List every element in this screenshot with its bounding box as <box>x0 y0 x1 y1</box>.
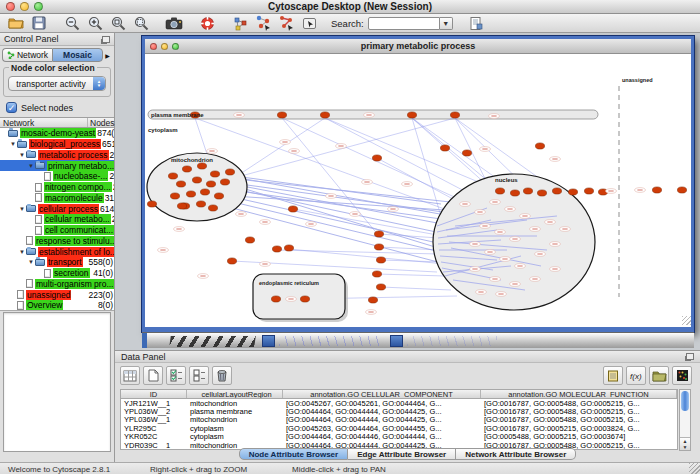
tab-mosaic[interactable]: Mosaic <box>52 48 103 62</box>
network-tree-body: mosaic-demo-yeast874(0)▼biological_proce… <box>0 128 114 311</box>
birds-eye-view[interactable] <box>3 312 111 452</box>
tree-label: primary metabo... <box>47 161 114 171</box>
help-lifering-icon[interactable] <box>197 15 217 32</box>
tab-overflow-icon[interactable]: ▶ <box>103 48 112 62</box>
search-label: Search: <box>331 18 364 29</box>
select-all-attributes-icon[interactable] <box>166 366 186 385</box>
table-scrollbar[interactable]: ▲▼ <box>679 389 691 451</box>
scrollbar-thumb[interactable] <box>681 391 689 411</box>
formula-builder-icon[interactable]: f(x) <box>626 366 646 385</box>
tree-expander-icon[interactable]: ▼ <box>18 249 26 255</box>
tree-row[interactable]: ▼transport558(0) <box>0 257 114 268</box>
tree-expander-icon[interactable]: ▼ <box>18 152 26 158</box>
network-desktop: primary metabolic process <box>115 33 700 350</box>
background-window-edges <box>142 332 694 348</box>
snapshot-camera-icon[interactable] <box>164 15 184 32</box>
tab-node-attribute-browser[interactable]: Node Attribute Browser <box>239 448 349 460</box>
node-color-dropdown-value: transporter activity <box>9 79 93 89</box>
zoom-selected-icon[interactable] <box>131 15 151 32</box>
tree-count: 209(0) <box>111 214 114 224</box>
tree-row[interactable]: ▼metabolic process280(0) <box>0 150 114 161</box>
import-attributes-icon[interactable] <box>649 366 669 385</box>
search-settings-icon[interactable] <box>466 15 486 32</box>
tree-col-network[interactable]: Network <box>0 118 88 127</box>
folder-icon <box>26 248 36 255</box>
attribute-notes-icon[interactable] <box>603 366 623 385</box>
tree-label: multi-organism pro... <box>35 279 114 289</box>
tree-expander-icon[interactable]: ▼ <box>9 141 17 147</box>
status-bar: Welcome to Cytoscape 2.8.1 Right-click +… <box>0 462 700 474</box>
select-nodes-checkbox[interactable]: ✓ <box>6 102 17 113</box>
cytoplasm-label: cytoplasm <box>148 127 178 133</box>
table-column-header[interactable]: annotation.GO CELLULAR_COMPONENT <box>283 390 481 398</box>
table-column-header[interactable]: ID <box>121 390 187 398</box>
search-input[interactable] <box>368 17 440 30</box>
float-panel-icon[interactable] <box>102 36 110 43</box>
tree-row[interactable]: nucleobase-...209(0) <box>0 171 114 182</box>
tab-network-attribute-browser[interactable]: Network Attribute Browser <box>456 448 576 460</box>
network-resize-grip[interactable] <box>682 316 691 325</box>
vizmapper-edges-icon[interactable] <box>276 15 296 32</box>
file-icon <box>44 269 51 278</box>
tree-header: Network Nodes <box>0 117 114 128</box>
tree-row[interactable]: ▼biological_process651(0) <box>0 139 114 150</box>
zoom-out-icon[interactable] <box>62 15 82 32</box>
tree-row[interactable]: multi-organism pro...42(0) <box>0 279 114 290</box>
tree-expander-icon[interactable]: ▼ <box>18 206 26 212</box>
region-mitochondrion <box>147 153 247 221</box>
tree-col-nodes[interactable]: Nodes <box>88 118 114 127</box>
network-window-titlebar: primary metabolic process <box>145 39 691 54</box>
table-column-header[interactable]: _cellularLayoutRegion <box>187 390 283 398</box>
tree-row[interactable]: macromolecule311(0) <box>0 193 114 204</box>
tree-count: 558(0) <box>87 257 114 267</box>
data-panel-title: Data Panel <box>121 352 166 362</box>
tree-row[interactable]: nitrogen compo...209(0) <box>0 182 114 193</box>
file-icon <box>26 279 33 288</box>
tree-expander-icon[interactable]: ▼ <box>27 259 35 265</box>
tree-row[interactable]: mosaic-demo-yeast874(0) <box>0 128 114 139</box>
tree-row[interactable]: Overview8(0) <box>0 300 114 311</box>
annotation-icon[interactable] <box>299 15 319 32</box>
background-window-border <box>142 333 147 348</box>
network-canvas[interactable]: plasma membrane cytoplasm mitochondrion … <box>145 54 691 325</box>
tab-edge-attribute-browser[interactable]: Edge Attribute Browser <box>348 448 456 460</box>
tree-row[interactable]: ▼primary metabo...209(... <box>0 160 114 171</box>
tree-count: 874(0) <box>96 128 114 138</box>
table-column-header[interactable]: annotation.GO MOLECULAR_FUNCTION <box>481 390 677 398</box>
zoom-fit-icon[interactable] <box>108 15 128 32</box>
float-panel-icon[interactable] <box>686 353 694 360</box>
tree-row[interactable]: response to stimulu...264(0) <box>0 236 114 247</box>
save-icon[interactable] <box>29 15 49 32</box>
tree-count: 209(0) <box>112 182 114 192</box>
zoom-in-icon[interactable] <box>85 15 105 32</box>
delete-attribute-icon[interactable] <box>212 366 232 385</box>
tree-row[interactable]: ▼cellular process614(0) <box>0 203 114 214</box>
data-panel-toolbar: f(x) <box>115 363 700 388</box>
network-graph: plasma membrane cytoplasm mitochondrion … <box>145 54 691 325</box>
open-icon[interactable] <box>6 15 26 32</box>
network-tab-icon <box>7 51 15 59</box>
control-panel-title: Control Panel <box>4 34 59 44</box>
tree-label: cellular metabo... <box>44 214 111 224</box>
vizmapper-nodes-icon[interactable] <box>253 15 273 32</box>
tree-row[interactable]: cell communicat...22(0) <box>0 225 114 236</box>
search-dropdown-icon[interactable]: ▼ <box>440 17 453 30</box>
attribute-table-header: ID_cellularLayoutRegionannotation.GO CEL… <box>120 389 678 399</box>
tree-expander-icon[interactable]: ▼ <box>27 163 35 169</box>
tab-network[interactable]: Network <box>2 48 52 62</box>
app-title: Cytoscape Desktop (New Session) <box>0 1 700 12</box>
tree-row[interactable]: cellular metabo...209(0) <box>0 214 114 225</box>
create-attribute-icon[interactable] <box>143 366 163 385</box>
tree-label: Overview <box>26 300 63 310</box>
network-overview-icon[interactable] <box>230 15 250 32</box>
attribute-matrix-icon[interactable] <box>672 366 692 385</box>
node-color-dropdown[interactable]: transporter activity ▲▼ <box>8 76 106 91</box>
window-resize-grip[interactable] <box>689 463 700 474</box>
select-attributes-icon[interactable] <box>120 366 140 385</box>
background-window-icon <box>262 335 275 347</box>
tree-row[interactable]: unassigned223(0) <box>0 289 114 300</box>
unselect-all-attributes-icon[interactable] <box>189 366 209 385</box>
tree-row[interactable]: secretion41(0) <box>0 268 114 279</box>
tree-count: 280(0) <box>109 150 114 160</box>
tree-row[interactable]: ▼establishment of lo...558(0) <box>0 246 114 257</box>
